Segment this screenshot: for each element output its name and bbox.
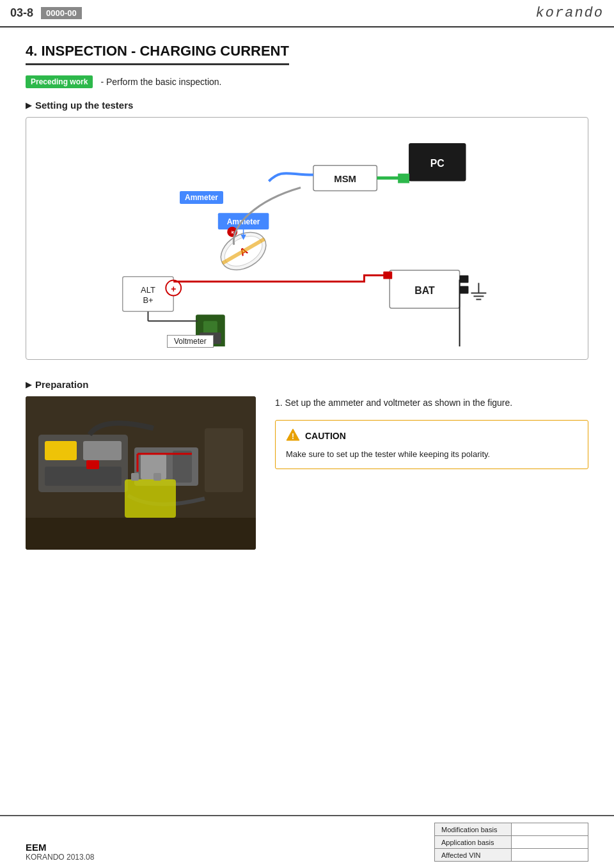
doc-code: 0000-00 <box>41 7 82 19</box>
svg-rect-50 <box>173 451 192 483</box>
image-placeholder <box>26 396 256 550</box>
preceding-work-row: Preceding work - Perform the basic inspe… <box>26 75 588 88</box>
caution-title: ! CAUTION <box>286 428 578 443</box>
footer-version: KORANDO 2013.08 <box>26 853 94 862</box>
app-basis-label: Application basis <box>435 836 512 849</box>
wiring-diagram: PC MSM Ammeter A + <box>39 130 575 346</box>
page-footer: EEM KORANDO 2013.08 Modification basis A… <box>0 815 614 868</box>
svg-rect-32 <box>460 286 469 294</box>
page-header: 03-8 0000-00 korando <box>0 0 614 27</box>
svg-rect-54 <box>154 473 161 481</box>
svg-text:BAT: BAT <box>414 285 435 296</box>
diagram-box: PC MSM Ammeter A + <box>26 117 588 360</box>
svg-rect-46 <box>83 441 122 460</box>
caution-box: ! CAUTION Make sure to set up the tester… <box>275 420 588 469</box>
preparation-section: 1. Set up the ammeter and voltmeter as s… <box>26 396 588 550</box>
svg-rect-45 <box>45 441 77 460</box>
footer-table-wrap: Modification basis Application basis Aff… <box>434 823 588 862</box>
section-title: 4. INSPECTION - CHARGING CURRENT <box>26 43 289 65</box>
svg-rect-47 <box>45 467 122 486</box>
main-content: 4. INSPECTION - CHARGING CURRENT Precedi… <box>0 27 614 584</box>
svg-text:ALT: ALT <box>141 285 155 295</box>
svg-text:!: ! <box>292 432 294 441</box>
engine-bay-illustration <box>26 396 256 550</box>
caution-text: Make sure to set up the tester while kee… <box>286 448 578 461</box>
svg-rect-52 <box>125 479 176 518</box>
caution-icon: ! <box>286 428 300 443</box>
svg-rect-37 <box>383 272 392 279</box>
footer-section-label: EEM <box>26 842 94 853</box>
preparation-heading: Preparation <box>26 379 588 390</box>
ammeter-label: Ammeter <box>180 191 223 204</box>
svg-text:B+: B+ <box>143 295 153 305</box>
footer-left: EEM KORANDO 2013.08 <box>26 842 94 862</box>
svg-rect-53 <box>131 473 139 481</box>
svg-rect-5 <box>398 174 409 183</box>
voltmeter-label: Voltmeter <box>167 335 214 348</box>
prep-content: 1. Set up the ammeter and voltmeter as s… <box>275 396 588 469</box>
svg-text:PC: PC <box>430 158 445 169</box>
svg-rect-51 <box>86 460 99 469</box>
vin-value <box>512 849 588 862</box>
svg-rect-58 <box>205 428 243 492</box>
vin-label: Affected VIN <box>435 849 512 862</box>
footer-table: Modification basis Application basis Aff… <box>434 823 588 862</box>
mod-basis-label: Modification basis <box>435 823 512 836</box>
preceding-work-description: - Perform the basic inspection. <box>100 77 221 87</box>
svg-text:+: + <box>171 284 176 294</box>
app-basis-value <box>512 836 588 849</box>
preceding-work-badge: Preceding work <box>26 75 93 88</box>
svg-text:MSM: MSM <box>334 174 356 184</box>
svg-rect-31 <box>460 275 469 283</box>
brand-logo: korando <box>536 5 604 21</box>
preparation-image <box>26 396 256 550</box>
header-left: 03-8 0000-00 <box>10 6 82 20</box>
prep-step-text: 1. Set up the ammeter and voltmeter as s… <box>275 396 588 410</box>
svg-rect-57 <box>26 518 256 550</box>
page-number: 03-8 <box>10 6 33 20</box>
setup-heading: Setting up the testers <box>26 100 588 111</box>
mod-basis-value <box>512 823 588 836</box>
